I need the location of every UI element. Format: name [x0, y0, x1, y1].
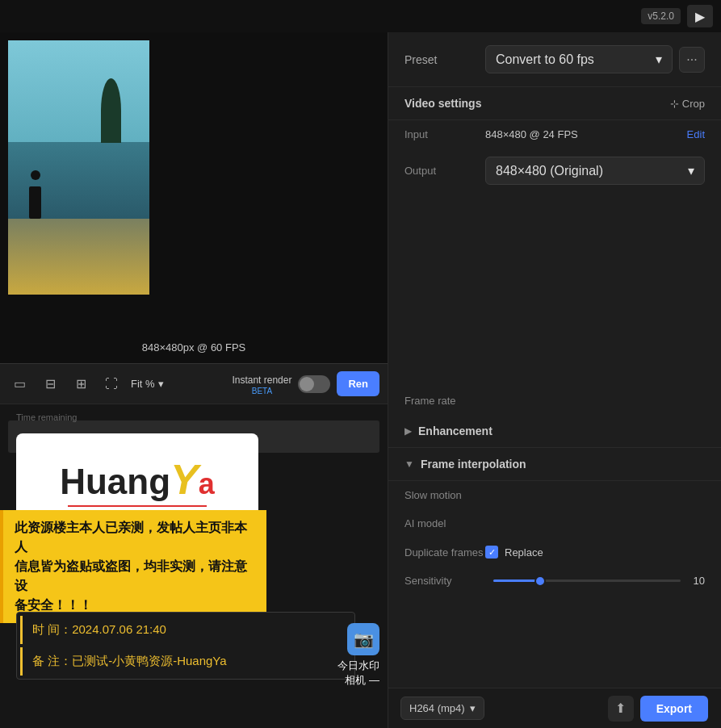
instant-render-group: Instant render BETA Ren	[232, 371, 379, 396]
fit-select[interactable]: Fit % ▾	[131, 378, 164, 390]
instant-render-label-group: Instant render BETA	[232, 372, 291, 395]
frame-interp-arrow: ▼	[405, 458, 414, 470]
crop-icon: ⊹	[670, 98, 679, 110]
render-button[interactable]: Ren	[337, 371, 379, 396]
split-icon[interactable]: ⊟	[39, 373, 61, 395]
sensitivity-row: Sensitivity 10	[388, 567, 721, 595]
crop-button[interactable]: ⊹ Crop	[670, 98, 705, 110]
ai-model-label: AI model	[405, 517, 485, 529]
timeline-track[interactable]	[8, 420, 379, 453]
output-dropdown[interactable]: 848×480 (Original) ▾	[485, 157, 705, 185]
frame-rate-label: Frame rate	[405, 395, 485, 407]
preset-section: Preset Convert to 60 fps ▾ ···	[388, 32, 721, 87]
replace-checkbox[interactable]: ✓	[485, 546, 498, 559]
left-panel: 848×480px @ 60 FPS ▭ ⊟ ⊞ ⛶ Fit % ▾ Insta…	[0, 32, 388, 728]
time-remaining-label: Time remaining	[16, 412, 77, 422]
output-value: 848×480 (Original)	[496, 164, 603, 178]
output-row: Output 848×480 (Original) ▾	[388, 149, 721, 193]
video-settings-header: Video settings ⊹ Crop	[388, 87, 721, 120]
preset-label: Preset	[405, 53, 485, 66]
main-layout: 848×480px @ 60 FPS ▭ ⊟ ⊞ ⛶ Fit % ▾ Insta…	[0, 32, 721, 728]
instant-render-toggle[interactable]	[298, 375, 330, 393]
format-select[interactable]: H264 (mp4) ▾	[400, 697, 484, 720]
text-icon[interactable]: ⊞	[69, 373, 92, 395]
preset-dropdown[interactable]: Convert to 60 fps ▾	[485, 45, 673, 73]
output-chevron-icon: ▾	[688, 163, 694, 178]
frame-rate-row: Frame rate	[388, 387, 721, 415]
sensitivity-value: 10	[689, 575, 705, 587]
slow-motion-row: Slow motion	[388, 481, 721, 509]
crop-label: Crop	[682, 98, 705, 110]
enhancement-arrow: ▶	[405, 425, 412, 437]
frame-interpolation-header[interactable]: ▼ Frame interpolation	[388, 448, 721, 481]
more-icon: ···	[686, 52, 697, 67]
toggle-knob	[300, 377, 314, 391]
video-preview: 848×480px @ 60 FPS	[0, 32, 388, 363]
input-label: Input	[405, 128, 485, 140]
format-label: H264 (mp4)	[409, 702, 465, 714]
share-icon: ⬆	[615, 701, 626, 716]
screen-icon[interactable]: ▭	[8, 373, 31, 395]
bottom-bar: H264 (mp4) ▾ ⬆ Export	[388, 688, 721, 728]
top-bar: v5.2.0 ▶	[0, 0, 721, 32]
format-chevron: ▾	[470, 702, 476, 714]
beta-label: BETA	[232, 387, 291, 395]
replace-group: ✓ Replace	[485, 546, 543, 559]
sensitivity-label: Sensitivity	[405, 575, 485, 587]
more-options-button[interactable]: ···	[679, 47, 705, 73]
slider-fill	[493, 579, 540, 582]
enhancement-title: Enhancement	[418, 425, 493, 437]
export-button[interactable]: Export	[640, 696, 708, 722]
video-settings-title: Video settings	[405, 97, 481, 110]
fit-label: Fit %	[131, 378, 155, 390]
fps-label: 848×480px @ 60 FPS	[142, 341, 245, 354]
video-thumbnail	[8, 40, 149, 295]
slider-knob	[534, 575, 546, 587]
play-icon: ▶	[695, 9, 705, 24]
frame-interp-title: Frame interpolation	[421, 458, 526, 471]
preset-chevron-icon: ▾	[656, 52, 662, 67]
duplicate-frames-row: Duplicate frames ✓ Replace	[388, 538, 721, 567]
play-icon-btn[interactable]: ▶	[687, 5, 713, 27]
input-row: Input 848×480 @ 24 FPS Edit	[388, 120, 721, 149]
fullscreen-icon[interactable]: ⛶	[100, 373, 123, 395]
ai-model-row: AI model	[388, 509, 721, 538]
input-value: 848×480 @ 24 FPS	[485, 128, 687, 140]
replace-label: Replace	[505, 546, 543, 559]
export-group: ⬆ Export	[608, 696, 708, 722]
preset-value: Convert to 60 fps	[496, 52, 594, 67]
output-label: Output	[405, 165, 485, 177]
version-badge: v5.2.0	[641, 8, 681, 24]
sensitivity-slider[interactable]	[493, 579, 681, 582]
enhancement-header[interactable]: ▶ Enhancement	[388, 415, 721, 448]
dup-frames-label: Duplicate frames	[405, 546, 485, 559]
fit-chevron: ▾	[158, 378, 164, 390]
toolbar: ▭ ⊟ ⊞ ⛶ Fit % ▾ Instant render BETA Ren	[0, 363, 388, 404]
timeline: Time remaining	[0, 404, 388, 728]
slow-motion-label: Slow motion	[405, 489, 485, 501]
instant-render-label: Instant render	[232, 374, 291, 386]
share-icon-button[interactable]: ⬆	[608, 696, 634, 722]
right-panel: Preset Convert to 60 fps ▾ ··· Video set…	[388, 32, 721, 728]
edit-button[interactable]: Edit	[687, 128, 705, 140]
